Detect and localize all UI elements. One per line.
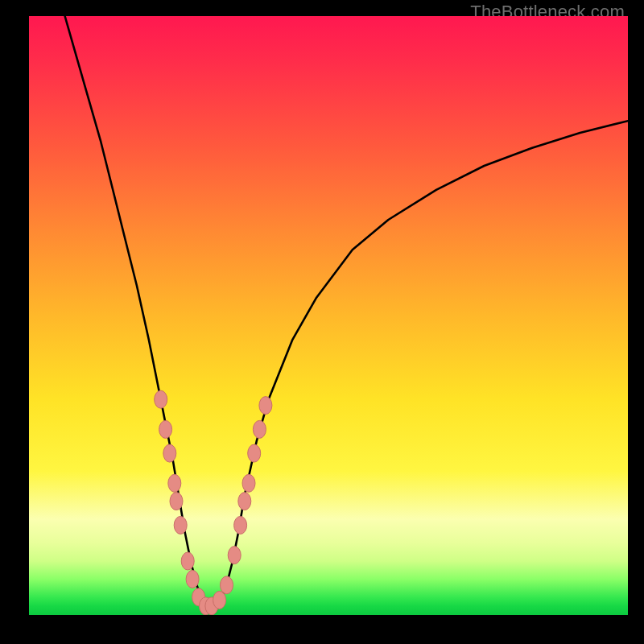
curve-marker	[228, 547, 241, 564]
curve-marker	[234, 516, 247, 534]
chart-frame: TheBottleneck.com	[0, 0, 644, 644]
curve-marker	[221, 576, 233, 594]
curve-marker	[155, 390, 167, 408]
curve-marker	[238, 493, 251, 510]
curve-marker	[159, 420, 172, 438]
curve-marker	[174, 516, 187, 534]
curve-marker	[213, 591, 226, 609]
curve-marker	[259, 397, 272, 415]
curve-marker	[248, 444, 261, 462]
curve-marker	[253, 420, 266, 438]
curve-marker	[168, 474, 181, 492]
marker-group	[155, 390, 272, 615]
curve-marker	[242, 474, 255, 492]
curve-svg	[29, 16, 628, 615]
curve-marker	[181, 552, 194, 570]
curve-marker	[170, 493, 183, 510]
bottleneck-curve	[65, 16, 628, 606]
plot-area	[29, 16, 628, 615]
curve-marker	[186, 570, 199, 588]
curve-marker	[163, 444, 176, 462]
